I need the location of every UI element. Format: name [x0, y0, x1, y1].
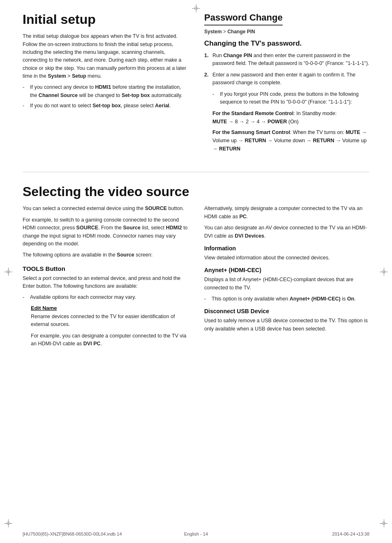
anynet-bullet-1: This option is only available when Anyne…	[204, 295, 369, 303]
tools-bullet-1: Available options for each connector may…	[23, 293, 188, 301]
intro-system-bold: System	[48, 73, 66, 79]
footer-center: English - 14	[184, 531, 208, 536]
video-source-columns: You can select a connected external devi…	[23, 205, 369, 351]
standard-remote-line: For the Standard Remote Control: In Stan…	[212, 109, 369, 126]
vs-intro2: For example, to switch to a gaming conso…	[23, 216, 188, 248]
video-source-right: Alternatively, simply designate a comput…	[204, 205, 369, 351]
system-path: System > Change PIN	[204, 29, 369, 35]
registration-mark-top	[192, 4, 200, 12]
initial-setup-intro: The initial setup dialogue box appears w…	[23, 32, 188, 80]
step-2: 2. Enter a new password and then enter i…	[204, 71, 369, 87]
information-text: View detailed information about the conn…	[204, 254, 369, 262]
tools-button-title: TOOLS Button	[23, 265, 188, 272]
vs-intro3: The following options are available in t…	[23, 251, 188, 259]
password-change-title: Password Change	[204, 12, 283, 25]
disconnect-title: Disconnect USB Device	[204, 308, 369, 314]
step-1: 1. Run Change PIN and then enter the cur…	[204, 52, 369, 68]
bullet-1: If you connect any device to HDMI1 befor…	[23, 83, 188, 99]
registration-mark-left	[4, 268, 12, 276]
password-steps: 1. Run Change PIN and then enter the cur…	[204, 52, 369, 87]
initial-setup-title: Initial setup	[23, 12, 188, 27]
registration-mark-bottom-right	[380, 519, 388, 527]
top-section: Initial setup The initial setup dialogue…	[23, 12, 369, 155]
footer-right: 2014-06-24 •13:38	[332, 531, 369, 536]
edit-name-title: Edit Name	[31, 305, 188, 311]
video-source-left: You can select a connected external devi…	[23, 205, 188, 351]
intro-text: The initial setup dialogue box appears w…	[23, 33, 186, 79]
initial-setup-bullets: If you connect any device to HDMI1 befor…	[23, 83, 188, 110]
tools-bullets: Available options for each connector may…	[23, 293, 188, 301]
anynet-bullets: This option is only available when Anyne…	[204, 295, 369, 303]
video-source-section: Selecting the video source You can selec…	[23, 185, 369, 351]
section-divider	[23, 172, 369, 172]
initial-setup-section: Initial setup The initial setup dialogue…	[23, 12, 188, 155]
smart-control-line: For the Samsung Smart Control: When the …	[212, 128, 369, 153]
anynet-text: Displays a list of Anynet+ (HDMI-CEC)-co…	[204, 276, 369, 292]
edit-name-text1: Rename devices connected to the TV for e…	[31, 313, 188, 329]
changing-password-subtitle: Changing the TV's password.	[204, 39, 369, 48]
video-source-title: Selecting the video source	[23, 185, 369, 199]
password-change-section: Password Change System > Change PIN Chan…	[204, 12, 369, 155]
vs-intro1: You can select a connected external devi…	[23, 205, 188, 213]
page: Initial setup The initial setup dialogue…	[0, 0, 392, 543]
vs-right-text1: Alternatively, simply designate a comput…	[204, 205, 369, 221]
remote-instructions: For the Standard Remote Control: In Stan…	[212, 109, 369, 153]
anynet-title: Anynet+ (HDMI-CEC)	[204, 267, 369, 273]
edit-name-text2: For example, you can designate a compute…	[31, 332, 188, 348]
forgot-pin-bullet: If you forgot your PIN code, press the b…	[212, 90, 369, 106]
registration-mark-right	[380, 268, 388, 276]
footer-left: [HU7500(85)-XNZF]BN68-06530D-00L04.indb …	[23, 531, 122, 536]
tools-text: Select a port connected to an external d…	[23, 275, 188, 291]
information-title: Information	[204, 245, 369, 252]
bullet-2: If you do not want to select Set-top box…	[23, 102, 188, 110]
disconnect-text: Used to safely remove a USB device conne…	[204, 317, 369, 333]
vs-right-text2: You can also designate an AV device conn…	[204, 224, 369, 240]
registration-mark-bottom-left	[4, 519, 12, 527]
intro-end: > Setup menu.	[66, 73, 102, 79]
